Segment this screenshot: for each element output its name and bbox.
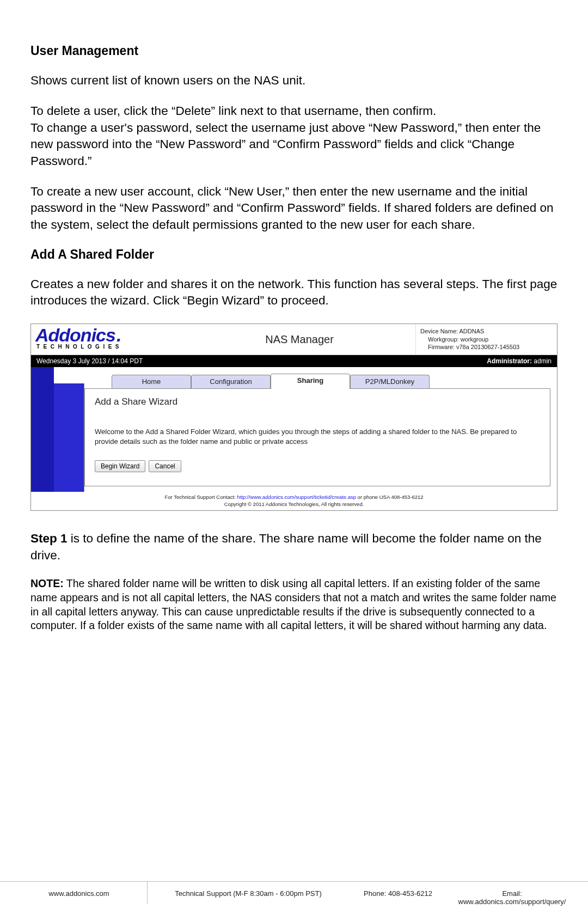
wizard-description: Welcome to the Add a Shared Folder Wizar… — [95, 427, 540, 446]
para-note: NOTE: The shared folder name will be wri… — [30, 577, 558, 633]
footer-email: Email: www.addonics.com/support/query/ — [447, 889, 577, 906]
para-step1: Step 1 is to define the name of the shar… — [30, 530, 558, 564]
tab-home[interactable]: Home — [112, 375, 191, 389]
app-title: NAS Manager — [183, 324, 415, 355]
wizard-panel: Add a Share Wizard Welcome to the Add a … — [84, 388, 550, 486]
admin-indicator: Administrator: admin — [487, 357, 552, 365]
sidebar-outer — [31, 367, 54, 492]
footer-support-hours: Technical Support (M-F 8:30am - 6:00pm P… — [148, 889, 349, 906]
tab-sharing[interactable]: Sharing — [271, 374, 350, 389]
begin-wizard-button[interactable]: Begin Wizard — [95, 460, 145, 472]
device-info: Device Name: ADDNAS Workgroup: workgroup… — [415, 324, 557, 355]
app-header: Addonics. TECHNOLOGIES NAS Manager Devic… — [31, 324, 557, 356]
nas-manager-screenshot: Addonics. TECHNOLOGIES NAS Manager Devic… — [30, 324, 558, 511]
status-bar: Wednesday 3 July 2013 / 14:04 PDT Admini… — [31, 355, 557, 367]
device-name: Device Name: ADDNAS — [420, 327, 553, 335]
embed-support-footer: For Technical Support Contact: http://ww… — [31, 492, 557, 501]
wizard-title: Add a Share Wizard — [95, 396, 540, 407]
para-new-user: To create a new user account, click “New… — [30, 184, 558, 233]
page-footer: www.addonics.com Technical Support (M-F … — [0, 881, 588, 906]
footer-phone: Phone: 408-453-6212 — [349, 889, 447, 906]
sidebar-inner — [54, 383, 84, 492]
footer-website: www.addonics.com — [11, 889, 147, 906]
firmware: Firmware: v78a 20130627-145503 — [420, 343, 553, 351]
workgroup: Workgroup: workgroup — [420, 335, 553, 344]
logo-dot-icon: . — [117, 326, 121, 344]
tab-bar: Home Configuration Sharing P2P/MLDonkey — [84, 367, 557, 389]
embed-copyright: Copyright © 2011 Addonics Technologies, … — [31, 501, 557, 510]
heading-user-management: User Management — [30, 44, 558, 58]
logo-subtext: TECHNOLOGIES — [35, 344, 179, 350]
tab-configuration[interactable]: Configuration — [191, 375, 271, 389]
logo-text: Addonics — [35, 326, 115, 344]
tab-p2p-mldonkey[interactable]: P2P/MLDonkey — [350, 375, 430, 389]
cancel-button[interactable]: Cancel — [149, 460, 181, 472]
datetime: Wednesday 3 July 2013 / 14:04 PDT — [36, 357, 143, 365]
support-link[interactable]: http://www.addonics.com/support/ticketid… — [237, 494, 356, 500]
logo: Addonics. TECHNOLOGIES — [31, 324, 183, 355]
para-intro: Shows current list of known users on the… — [30, 72, 558, 89]
para-add-share-intro: Creates a new folder and shares it on th… — [30, 276, 558, 309]
para-delete-change: To delete a user, click the “Delete” lin… — [30, 103, 558, 169]
heading-add-shared-folder: Add A Shared Folder — [30, 247, 558, 262]
